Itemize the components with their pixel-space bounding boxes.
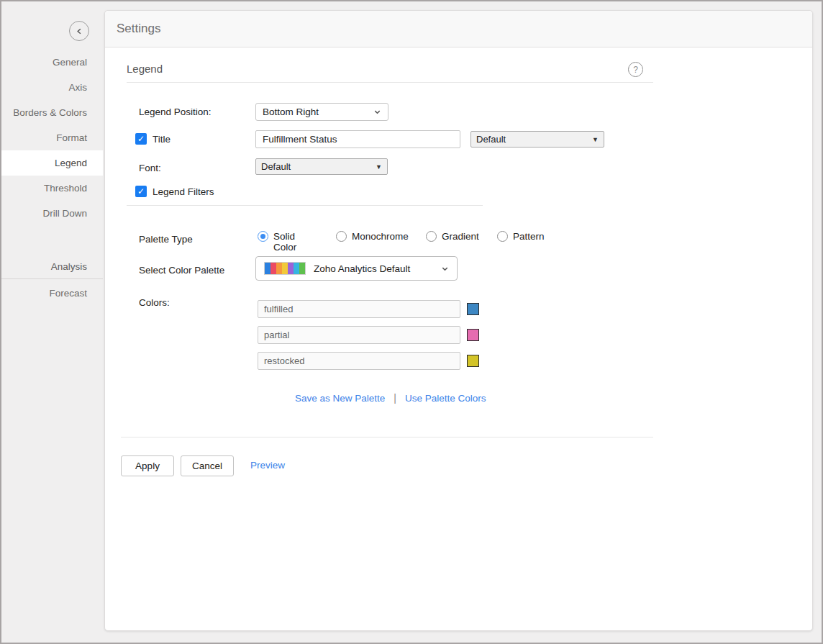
panel-title: Settings [117, 22, 160, 36]
color-swatch-restocked[interactable] [467, 355, 479, 367]
color-name-input-partial[interactable] [258, 326, 460, 344]
radio-gradient[interactable] [426, 231, 437, 242]
sidebar-nav-forecast: Forecast [1, 281, 103, 306]
radio-monochrome[interactable] [336, 231, 347, 242]
sidebar-nav-secondary: Analysis [1, 254, 103, 279]
links-separator: | [394, 392, 396, 404]
sidebar-item-format[interactable]: Format [1, 125, 103, 150]
font-select[interactable]: Default ▼ [255, 158, 388, 175]
select-color-palette-label: Select Color Palette [139, 265, 224, 276]
dropdown-arrow-icon: ▼ [376, 163, 382, 171]
sidebar-nav: General Axis Borders & Colors Format Leg… [1, 50, 103, 226]
sidebar-item-legend[interactable]: Legend [1, 150, 103, 176]
save-as-new-palette-link[interactable]: Save as New Palette [295, 393, 385, 404]
section-divider-middle [127, 205, 483, 206]
section-divider-top [127, 82, 653, 83]
title-checkbox[interactable]: ✓ [135, 133, 147, 145]
footer-divider [121, 437, 653, 437]
palette-swatch-strip [264, 262, 306, 275]
legend-position-label: Legend Position: [139, 106, 212, 117]
palette-links: Save as New Palette | Use Palette Colors [295, 392, 486, 404]
legend-title-input[interactable] [255, 130, 460, 148]
palette-type-label: Palette Type [139, 234, 193, 245]
sidebar-item-axis[interactable]: Axis [1, 75, 103, 100]
colors-label: Colors: [139, 297, 170, 308]
chevron-left-icon [76, 27, 83, 35]
radio-monochrome-label: Monochrome [352, 231, 409, 242]
sidebar-item-drill-down[interactable]: Drill Down [1, 201, 103, 226]
panel-header: Settings [105, 11, 812, 47]
radio-gradient-label: Gradient [442, 231, 479, 242]
radio-solid-color[interactable] [258, 231, 268, 242]
sidebar-divider [1, 278, 103, 279]
radio-solid-color-label: Solid Color [273, 231, 296, 253]
color-palette-select[interactable]: Zoho Analytics Default [255, 256, 458, 281]
legend-position-select[interactable]: Bottom Right [255, 103, 388, 121]
chevron-down-icon [373, 108, 381, 116]
app-frame: General Axis Borders & Colors Format Leg… [0, 0, 823, 644]
sidebar-item-borders-colors[interactable]: Borders & Colors [1, 100, 103, 125]
font-label: Font: [139, 163, 161, 173]
title-font-select[interactable]: Default ▼ [470, 131, 604, 148]
color-swatch-fulfilled[interactable] [467, 303, 479, 315]
legend-position-value: Bottom Right [263, 106, 319, 117]
color-name-input-restocked[interactable] [258, 352, 460, 370]
apply-button[interactable]: Apply [121, 455, 174, 476]
radio-pattern-label: Pattern [513, 231, 545, 242]
sidebar-item-forecast[interactable]: Forecast [1, 281, 103, 306]
preview-link[interactable]: Preview [250, 460, 285, 471]
legend-filters-label: Legend Filters [153, 186, 214, 197]
dropdown-arrow-icon: ▼ [592, 136, 599, 143]
color-swatch-partial[interactable] [467, 329, 479, 341]
color-palette-value: Zoho Analytics Default [314, 263, 441, 274]
title-label: Title [153, 134, 170, 145]
font-value: Default [261, 161, 291, 172]
back-button[interactable] [69, 21, 89, 41]
radio-pattern[interactable] [497, 231, 508, 242]
help-icon[interactable]: ? [628, 62, 643, 77]
settings-panel: Settings Legend ? Legend Position: Botto… [104, 10, 813, 631]
chevron-down-icon [441, 265, 449, 273]
sidebar-item-analysis[interactable]: Analysis [1, 254, 103, 279]
sidebar-item-general[interactable]: General [1, 50, 103, 75]
cancel-button[interactable]: Cancel [181, 455, 234, 476]
title-font-value: Default [476, 134, 506, 145]
legend-filters-checkbox[interactable]: ✓ [135, 186, 147, 197]
sidebar-item-threshold[interactable]: Threshold [1, 176, 103, 201]
use-palette-colors-link[interactable]: Use Palette Colors [405, 393, 486, 404]
section-title-legend: Legend [127, 63, 163, 75]
settings-sidebar: General Axis Borders & Colors Format Leg… [1, 1, 103, 643]
color-name-input-fulfilled[interactable] [258, 300, 460, 318]
